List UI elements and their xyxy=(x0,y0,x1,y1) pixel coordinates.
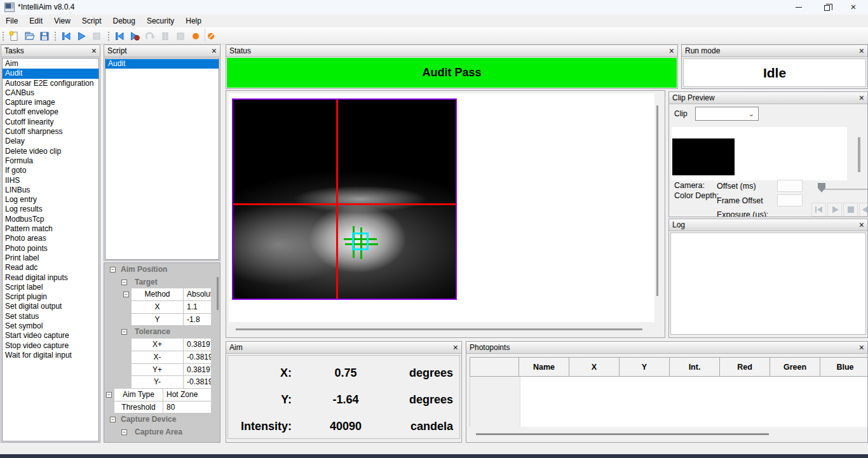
task-list-item[interactable]: CANBus xyxy=(3,88,98,98)
clip-position-slider[interactable] xyxy=(824,189,868,190)
record-button[interactable] xyxy=(188,29,203,44)
offset-ms-input[interactable] xyxy=(777,180,803,192)
log-content[interactable] xyxy=(670,232,866,335)
property-row[interactable]: − Aim Position xyxy=(105,264,219,276)
collapse-minus-icon[interactable]: − xyxy=(121,329,127,335)
restore-button[interactable] xyxy=(816,0,837,15)
task-list-item[interactable]: Autosar E2E configuration xyxy=(3,79,98,88)
task-list-item[interactable]: If goto xyxy=(3,166,98,175)
photopoints-column-header[interactable]: X xyxy=(569,357,620,377)
property-row[interactable]: − Target xyxy=(105,276,219,289)
photopoints-table-body[interactable] xyxy=(470,377,867,427)
task-list-item[interactable]: Script label xyxy=(3,283,98,292)
slider-thumb-icon[interactable] xyxy=(818,183,826,193)
property-value[interactable]: Absolute xyxy=(184,288,211,301)
property-row[interactable]: Y+ 0.38197 xyxy=(105,364,219,377)
property-value[interactable]: -0.38197 xyxy=(184,376,211,389)
collapse-minus-icon[interactable]: − xyxy=(121,429,127,435)
task-list-item[interactable]: Photo areas xyxy=(3,234,98,243)
property-row[interactable]: − Capture Area xyxy=(105,426,219,439)
status-close-icon[interactable]: × xyxy=(669,46,674,55)
property-row[interactable]: X+ 0.38197 xyxy=(105,339,219,351)
property-row[interactable]: Threshold 80 xyxy=(105,401,219,414)
skip-to-start-button[interactable] xyxy=(58,29,74,44)
photopoints-column-header[interactable]: Int. xyxy=(669,357,720,377)
frame-offset-input[interactable] xyxy=(777,194,803,206)
task-list-item[interactable]: Cutoff linearity xyxy=(3,118,98,127)
property-row[interactable]: Y -1.8 xyxy=(105,314,219,327)
close-button[interactable]: × xyxy=(843,0,864,15)
collapse-minus-icon[interactable]: − xyxy=(106,392,112,398)
aim-close-icon[interactable]: × xyxy=(453,343,458,352)
pause-button[interactable] xyxy=(158,29,173,44)
property-value[interactable]: -1.8 xyxy=(184,314,211,327)
collapse-minus-icon[interactable]: − xyxy=(110,267,116,273)
property-value[interactable]: Hot Zone xyxy=(163,389,211,401)
property-value[interactable]: 80 xyxy=(163,401,211,414)
save-button[interactable] xyxy=(37,29,52,44)
photopoints-column-header[interactable]: Green xyxy=(770,357,820,377)
task-list-item[interactable]: Start video capture xyxy=(3,331,98,340)
debug-play-button[interactable] xyxy=(127,29,142,44)
debug-skip-to-start-button[interactable] xyxy=(112,29,127,44)
menu-item[interactable]: Security xyxy=(141,15,180,27)
play-button[interactable] xyxy=(74,29,89,44)
new-document-button[interactable] xyxy=(6,29,22,44)
clip-stop-button[interactable] xyxy=(843,203,858,217)
task-list-item[interactable]: Pattern match xyxy=(3,224,98,234)
task-list-item[interactable]: Formula xyxy=(3,156,98,166)
task-list-item[interactable]: Cutoff sharpness xyxy=(3,127,98,137)
task-list-item[interactable]: Aim xyxy=(3,59,98,69)
menu-item[interactable]: File xyxy=(0,15,24,27)
menu-item[interactable]: Script xyxy=(76,15,107,27)
task-list-item[interactable]: LINBus xyxy=(3,185,98,195)
stop-button[interactable] xyxy=(89,29,104,44)
property-row[interactable]: X- -0.38197 xyxy=(105,351,219,364)
task-list-item[interactable]: Read digital inputs xyxy=(3,273,98,283)
clip-frame-thumbnail[interactable] xyxy=(672,138,735,175)
property-row[interactable]: − Method Absolute xyxy=(105,288,219,301)
record-off-button[interactable] xyxy=(203,29,219,44)
menu-item[interactable]: Debug xyxy=(107,15,141,27)
task-list-item[interactable]: Cutoff envelope xyxy=(3,107,98,117)
task-list-item[interactable]: IIHS xyxy=(3,176,98,185)
task-list-item[interactable]: Delay xyxy=(3,137,98,146)
property-value[interactable]: 0.38197 xyxy=(184,364,211,377)
script-step-item[interactable]: Audit xyxy=(105,59,219,69)
property-value[interactable]: -0.38197 xyxy=(184,351,211,364)
minimize-button[interactable] xyxy=(788,0,810,15)
debug-stop-button[interactable] xyxy=(173,29,188,44)
log-close-icon[interactable]: × xyxy=(859,220,864,229)
script-close-icon[interactable]: × xyxy=(212,46,217,55)
task-list-item[interactable]: Audit xyxy=(3,69,98,78)
photopoints-column-header[interactable]: Red xyxy=(719,357,770,377)
task-list-item[interactable]: Set digital output xyxy=(3,302,98,311)
toolbar-grip[interactable] xyxy=(107,30,110,42)
image-vertical-scrollbar[interactable] xyxy=(656,105,658,296)
task-list-item[interactable]: ModbusTcp xyxy=(3,215,98,224)
property-row[interactable]: − Aim Type Hot Zone xyxy=(105,389,219,401)
photopoints-column-header[interactable]: Name xyxy=(519,357,569,377)
task-list-item[interactable]: Log entry xyxy=(3,195,98,205)
clip-play-button[interactable] xyxy=(827,203,842,217)
task-list-item[interactable]: Read adc xyxy=(3,263,98,273)
property-grid-scrollbar[interactable] xyxy=(217,277,219,310)
clip-preview-close-icon[interactable]: × xyxy=(859,93,864,102)
menu-item[interactable]: Edit xyxy=(24,15,48,27)
run-mode-close-icon[interactable]: × xyxy=(859,46,864,55)
property-row[interactable]: X 1.1 xyxy=(105,301,219,314)
task-list-item[interactable]: Stop video capture xyxy=(3,341,98,351)
photopoints-column-header[interactable]: Y xyxy=(619,357,670,377)
task-list-item[interactable]: Print label xyxy=(3,253,98,263)
clip-step-back-button[interactable] xyxy=(859,203,868,217)
image-canvas[interactable] xyxy=(229,93,654,322)
clip-filmstrip-scrollbar[interactable] xyxy=(858,137,860,172)
task-list-item[interactable]: Delete video clip xyxy=(3,147,98,156)
task-list-item[interactable]: Log results xyxy=(3,205,98,214)
task-list-item[interactable]: Set symbol xyxy=(3,321,98,331)
task-list-item[interactable]: Photo points xyxy=(3,244,98,253)
collapse-minus-icon[interactable]: − xyxy=(121,280,127,285)
tasks-close-icon[interactable]: × xyxy=(92,46,97,55)
property-value[interactable]: 0.38197 xyxy=(184,339,211,351)
clip-select-dropdown[interactable]: ⌄ xyxy=(695,107,759,121)
